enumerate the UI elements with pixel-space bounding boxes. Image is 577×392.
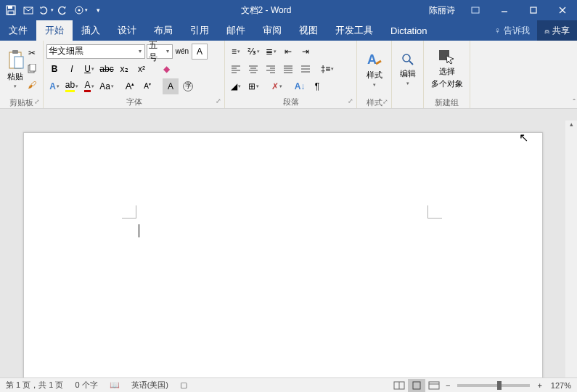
- editing-button[interactable]: 编辑 ▾: [395, 42, 420, 96]
- font-size-select[interactable]: 五号▾: [147, 44, 173, 59]
- shrink-font-button[interactable]: A▾: [139, 78, 155, 94]
- chevron-down-icon: ▾: [14, 83, 17, 89]
- styles-button[interactable]: A 样式 ▾: [360, 42, 388, 96]
- macro-status[interactable]: ▢: [174, 380, 193, 390]
- tab-developer[interactable]: 开发工具: [327, 20, 382, 41]
- multilevel-button[interactable]: ≣▾: [263, 44, 279, 60]
- shading-button[interactable]: ◢▾: [228, 78, 244, 94]
- undo-icon[interactable]: ▾: [38, 2, 54, 18]
- zoom-slider[interactable]: [457, 384, 530, 387]
- user-name[interactable]: 陈丽诗: [423, 4, 461, 17]
- subscript-button[interactable]: x₂: [116, 61, 132, 77]
- vertical-scrollbar[interactable]: ▴: [565, 121, 577, 377]
- cut-button[interactable]: ✂: [24, 45, 40, 61]
- zoom-in-button[interactable]: +: [534, 381, 544, 390]
- ribbon-tabs: 文件 开始 插入 设计 布局 引用 邮件 审阅 视图 开发工具 Dictatio…: [0, 20, 577, 41]
- show-marks-button[interactable]: A↓: [292, 78, 308, 94]
- sort-button[interactable]: ✗▾: [269, 78, 285, 94]
- page[interactable]: [23, 132, 543, 377]
- align-center-button[interactable]: [245, 61, 261, 77]
- brush-icon: 🖌: [28, 80, 36, 90]
- zoom-out-button[interactable]: −: [443, 381, 453, 390]
- ribbon: 粘贴 ▾ ✂ 🖌 剪贴板⤢ 华文细黑▾ 五号▾ wén A B I U▾: [0, 41, 577, 109]
- decrease-indent-button[interactable]: ⇤: [280, 44, 296, 60]
- font-color-button[interactable]: A▾: [81, 78, 97, 94]
- web-layout-button[interactable]: [425, 379, 443, 392]
- tab-mailings[interactable]: 邮件: [218, 20, 254, 41]
- web-layout-icon: [428, 381, 440, 390]
- word-count-status[interactable]: 0 个字: [69, 380, 103, 391]
- paint-bucket-icon: ◢: [231, 81, 237, 91]
- zoom-level[interactable]: 127%: [545, 381, 577, 390]
- language-status[interactable]: 英语(美国): [126, 380, 174, 391]
- copy-button[interactable]: [24, 61, 40, 77]
- font-name-select[interactable]: 华文细黑▾: [46, 44, 145, 59]
- text-effects-button[interactable]: A▾: [46, 78, 62, 94]
- superscript-button[interactable]: x²: [134, 61, 150, 77]
- tab-view[interactable]: 视图: [290, 20, 327, 41]
- strikethrough-button[interactable]: abc: [99, 61, 115, 77]
- distribute-button[interactable]: [298, 61, 314, 77]
- enclosed-char-button[interactable]: 字: [180, 78, 196, 94]
- read-mode-button[interactable]: [390, 379, 408, 392]
- tab-layout[interactable]: 布局: [145, 20, 181, 41]
- window-title: 文档2 - Word: [109, 4, 423, 17]
- dialog-launcher-icon[interactable]: ⤢: [346, 97, 355, 106]
- grow-font-button[interactable]: A▴: [122, 78, 138, 94]
- ribbon-options-icon[interactable]: [461, 0, 490, 20]
- bullets-icon: ≡: [232, 46, 237, 57]
- minimize-icon[interactable]: [490, 0, 519, 20]
- maximize-icon[interactable]: [519, 0, 548, 20]
- scroll-up-icon[interactable]: ▴: [565, 121, 577, 132]
- tell-me-search[interactable]: ♀告诉我: [487, 20, 537, 41]
- document-area[interactable]: [0, 121, 577, 377]
- tab-insert[interactable]: 插入: [73, 20, 109, 41]
- text-cursor: [139, 224, 139, 237]
- pinyin-guide-button[interactable]: wén: [174, 44, 190, 60]
- underline-button[interactable]: U▾: [81, 61, 97, 77]
- tab-review[interactable]: 审阅: [254, 20, 290, 41]
- clear-formatting-button[interactable]: ◆: [158, 61, 174, 77]
- page-number-status[interactable]: 第 1 页，共 1 页: [0, 380, 69, 391]
- align-right-button[interactable]: [263, 61, 279, 77]
- align-left-button[interactable]: [228, 61, 244, 77]
- dialog-launcher-icon[interactable]: ⤢: [33, 98, 41, 107]
- spellcheck-status[interactable]: 📖: [104, 380, 126, 390]
- numbering-button[interactable]: ⅔▾: [245, 44, 261, 60]
- qat-customize-icon[interactable]: ▾: [90, 2, 106, 18]
- tab-design[interactable]: 设计: [109, 20, 145, 41]
- tab-dictation[interactable]: Dictation: [382, 20, 436, 41]
- bullets-button[interactable]: ≡▾: [228, 44, 244, 60]
- zoom-slider-thumb[interactable]: [497, 381, 502, 390]
- line-spacing-button[interactable]: ‡≡▾: [319, 61, 335, 77]
- redo-icon[interactable]: [55, 2, 71, 18]
- print-layout-button[interactable]: [408, 379, 425, 392]
- tab-file[interactable]: 文件: [0, 20, 36, 41]
- change-case-button[interactable]: Aa▾: [99, 78, 115, 94]
- bold-button[interactable]: B: [46, 61, 62, 77]
- collapse-ribbon-icon[interactable]: ˆ: [573, 98, 576, 107]
- share-button[interactable]: ⍝共享: [537, 20, 577, 41]
- highlight-button[interactable]: ab▾: [64, 78, 80, 94]
- italic-button[interactable]: I: [64, 61, 80, 77]
- select-objects-button[interactable]: 选择 多个对象: [427, 42, 467, 96]
- save-icon[interactable]: [3, 2, 19, 18]
- format-painter-button[interactable]: 🖌: [24, 77, 40, 93]
- quick-access-toolbar: ▾ ▾ ▾: [0, 2, 109, 18]
- touchmode-icon[interactable]: ▾: [73, 2, 89, 18]
- paragraph-marks-button[interactable]: ¶: [309, 78, 325, 94]
- char-shading-button[interactable]: A: [163, 78, 179, 94]
- char-border-button[interactable]: A: [192, 44, 208, 60]
- paragraph-icon: ¶: [315, 81, 319, 91]
- dialog-launcher-icon[interactable]: ⤢: [381, 98, 390, 107]
- account-icon[interactable]: [20, 2, 36, 18]
- clipboard-icon: [7, 49, 24, 70]
- borders-button[interactable]: ⊞▾: [245, 78, 261, 94]
- dialog-launcher-icon[interactable]: ⤢: [214, 97, 223, 106]
- justify-button[interactable]: [280, 61, 296, 77]
- increase-indent-button[interactable]: ⇥: [298, 44, 314, 60]
- close-icon[interactable]: [548, 0, 577, 20]
- tab-home[interactable]: 开始: [36, 20, 73, 41]
- distribute-icon: [300, 65, 311, 73]
- tab-references[interactable]: 引用: [181, 20, 218, 41]
